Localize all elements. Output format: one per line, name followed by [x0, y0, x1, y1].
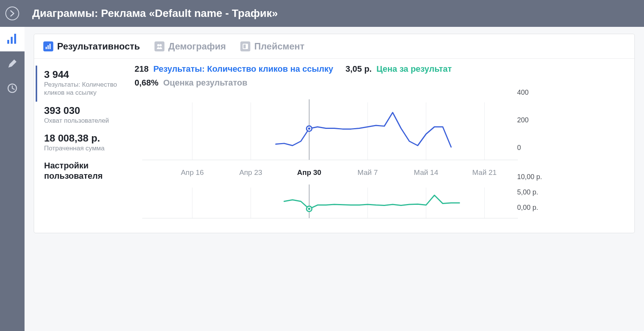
stats-column: 3 944 Результаты: Количество кликов на с…: [34, 59, 126, 233]
page-header: Диаграммы: Реклама «Default name - Трафи…: [25, 0, 644, 27]
svg-rect-1: [11, 37, 13, 44]
card-body: 3 944 Результаты: Количество кликов на с…: [34, 59, 634, 233]
svg-point-20: [308, 127, 310, 130]
stat-label: Результаты: Количество кликов на ссылку: [44, 81, 119, 97]
tab-demographics[interactable]: Демография: [154, 41, 226, 52]
user-settings-link[interactable]: Настройки пользователя: [44, 160, 119, 181]
stat-results[interactable]: 3 944 Результаты: Количество кликов на с…: [36, 66, 119, 102]
sidebar: [0, 0, 25, 331]
y-tick: 5,00 р.: [517, 188, 538, 196]
rate-label[interactable]: Оценка результатов: [163, 78, 248, 87]
y-tick: 0: [517, 144, 521, 152]
stat-label: Охват пользователей: [44, 117, 119, 125]
svg-point-7: [157, 44, 159, 46]
layout-icon: [240, 41, 250, 51]
tab-performance[interactable]: Результативность: [43, 41, 140, 52]
svg-rect-5: [48, 45, 49, 49]
results-value: 218: [135, 64, 149, 74]
cost-line-chart[interactable]: [135, 184, 549, 226]
results-line-chart[interactable]: [135, 95, 549, 168]
y-tick: 0,00 р.: [517, 204, 538, 212]
results-label[interactable]: Результаты: Количество кликов на ссылку: [153, 64, 333, 74]
clock-icon: [7, 83, 18, 94]
stat-value: 393 030: [44, 105, 119, 117]
svg-rect-6: [49, 44, 51, 49]
main: Диаграммы: Реклама «Default name - Трафи…: [25, 0, 644, 331]
y-tick: 10,00 р.: [517, 173, 542, 181]
chart-header-row: 218 Результаты: Количество кликов на ссы…: [135, 64, 626, 74]
svg-point-8: [159, 44, 162, 46]
chart-area: 218 Результаты: Количество кликов на ссы…: [126, 59, 634, 233]
svg-rect-2: [14, 34, 16, 44]
sidebar-item-analytics[interactable]: [0, 27, 25, 51]
tab-placement[interactable]: Плейсмент: [240, 41, 304, 52]
expand-sidebar-button[interactable]: [0, 0, 25, 27]
stat-spent[interactable]: 18 008,38 р. Потраченная сумма: [44, 129, 119, 157]
cost-value: 3,05 р.: [345, 64, 371, 74]
sidebar-item-edit[interactable]: [0, 51, 25, 76]
y-tick: 400: [517, 89, 529, 97]
svg-rect-10: [243, 44, 246, 48]
bar-chart-icon: [43, 41, 53, 51]
sidebar-item-history[interactable]: [0, 76, 25, 100]
tab-label: Результативность: [57, 41, 140, 52]
svg-rect-4: [46, 47, 47, 49]
tab-label: Демография: [168, 41, 226, 52]
svg-point-30: [308, 208, 310, 210]
stat-value: 18 008,38 р.: [44, 132, 119, 144]
bar-chart-icon: [7, 34, 18, 44]
tabs: Результативность Демография Плейсмент: [34, 34, 634, 59]
stat-reach[interactable]: 393 030 Охват пользователей: [44, 102, 119, 129]
y-tick: 200: [517, 116, 529, 124]
svg-rect-0: [7, 40, 9, 44]
people-icon: [154, 41, 164, 51]
tab-label: Плейсмент: [254, 41, 304, 52]
stat-value: 3 944: [44, 69, 119, 81]
cost-label[interactable]: Цена за результат: [376, 64, 452, 74]
pencil-icon: [7, 59, 17, 69]
page-title: Диаграммы: Реклама «Default name - Трафи…: [32, 7, 278, 20]
chart-sub-row: 0,68% Оценка результатов: [135, 78, 626, 88]
chevron-right-icon: [10, 10, 15, 16]
x-axis-labels: Апр 16Апр 23Апр 30Май 7Май 14Май 21: [135, 168, 518, 184]
stat-label: Потраченная сумма: [44, 144, 119, 152]
card: Результативность Демография Плейсмент: [34, 34, 635, 233]
rate-value: 0,68%: [135, 78, 158, 87]
content: Результативность Демография Плейсмент: [25, 27, 644, 331]
